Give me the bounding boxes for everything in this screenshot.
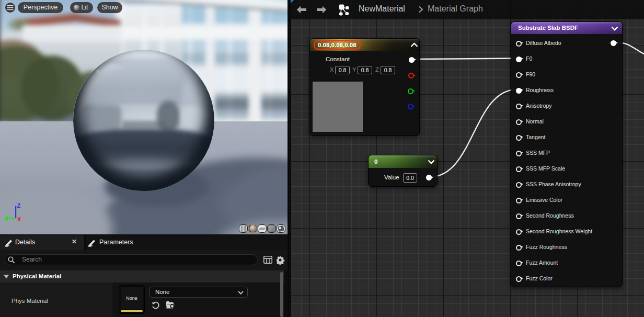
- svg-text:Z: Z: [17, 202, 21, 209]
- svg-text:X: X: [17, 216, 21, 222]
